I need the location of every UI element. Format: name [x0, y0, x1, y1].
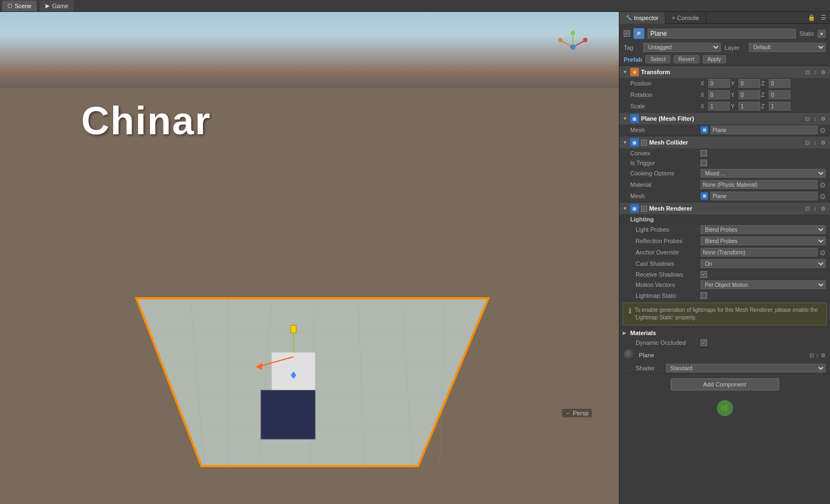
transform-icon: ⊞	[630, 68, 639, 76]
cast-shadows-dropdown[interactable]: On	[701, 259, 826, 268]
mr-enable-checkbox[interactable]: ✓	[641, 206, 647, 212]
obj-icon: P	[633, 28, 644, 39]
mesh-filter-header[interactable]: ▼ ▦ Plane (Mesh Filter) ⊡ ↕ ⚙	[619, 112, 830, 125]
mat-ctrl3[interactable]: ⚙	[821, 352, 826, 358]
lightmap-static-row: Lightmap Static	[619, 291, 830, 300]
persp-label: ← Persp	[562, 409, 592, 417]
mat-ctrl2[interactable]: ↕	[816, 352, 819, 358]
rot-z-input[interactable]	[769, 90, 790, 99]
tag-dropdown[interactable]: Untagged	[643, 43, 721, 52]
motion-vectors-dropdown[interactable]: Per Object Motion	[701, 280, 826, 289]
mc-mesh-row: Mesh ▦ ⊙	[619, 191, 830, 202]
transform-settings3[interactable]: ⚙	[820, 69, 827, 76]
scene-tab[interactable]: ⬡ Scene	[2, 1, 37, 11]
main-layout: Shaded 2D ☀ ♪ ✦ 📷 Gizmos ▾ ✦ All Chinar	[0, 12, 830, 504]
mc-title: Mesh Collider	[649, 139, 802, 146]
mc-icon: ▦	[630, 138, 639, 147]
tag-layer-row: Tag Untagged Layer Default	[619, 41, 830, 54]
materials-section[interactable]: ▶ Materials	[619, 328, 830, 338]
mf-settings2[interactable]: ↕	[813, 115, 818, 122]
mr-settings3[interactable]: ⚙	[820, 205, 827, 212]
mc-material-input[interactable]	[701, 180, 818, 189]
transform-header[interactable]: ▼ ⊞ Transform ⊡ ↕ ⚙	[619, 66, 830, 78]
console-icon: ≡	[672, 15, 675, 21]
mc-mesh-input[interactable]	[710, 192, 818, 200]
mc-settings2[interactable]: ↕	[813, 139, 818, 146]
static-dropdown[interactable]: ▾	[818, 30, 826, 38]
scale-x-input[interactable]	[708, 102, 730, 110]
rot-y-input[interactable]	[738, 90, 760, 99]
light-probes-dropdown[interactable]: Blend Probes	[701, 225, 826, 234]
inspector-tab-label: Inspector	[634, 15, 658, 21]
lock-btn[interactable]: 🔒	[806, 14, 817, 22]
mf-settings1[interactable]: ⊡	[804, 115, 811, 122]
mesh-renderer-header[interactable]: ▼ ▦ ✓ Mesh Renderer ⊡ ↕ ⚙	[619, 202, 830, 214]
mr-settings2[interactable]: ↕	[813, 205, 818, 212]
pos-y-input[interactable]	[738, 79, 760, 88]
viewport[interactable]: Shaded 2D ☀ ♪ ✦ 📷 Gizmos ▾ ✦ All Chinar	[0, 12, 619, 504]
receive-shadows-checkbox[interactable]: ✓	[701, 271, 707, 278]
mf-settings3[interactable]: ⚙	[820, 115, 827, 122]
mc-mesh-field: ▦ ⊙	[701, 192, 826, 200]
divider2	[619, 374, 830, 374]
dynamic-occluded-checkbox[interactable]: ✓	[701, 339, 707, 346]
game-tab[interactable]: ▶ Game	[40, 1, 74, 11]
inspector-tab[interactable]: 🔧 Inspector	[619, 12, 665, 24]
transform-settings2[interactable]: ↕	[813, 69, 818, 76]
dynamic-occluded-label: Dynamic Occluded	[630, 339, 701, 346]
mesh-filter-mesh-select[interactable]: ⊙	[820, 126, 826, 134]
rotation-label: Rotation	[630, 91, 701, 98]
convex-checkbox[interactable]	[701, 150, 707, 156]
mc-mesh-label: Mesh	[630, 193, 701, 199]
lighting-row: Lighting	[619, 214, 830, 224]
mat-ctrl1[interactable]: ⊡	[809, 352, 814, 358]
mc-mesh-select[interactable]: ⊙	[820, 192, 826, 200]
scale-y-input[interactable]	[738, 102, 760, 110]
mesh-filter-mesh-label: Mesh	[630, 127, 701, 133]
unity-logo-area: 🌿	[619, 395, 830, 422]
pos-z-input[interactable]	[769, 79, 790, 88]
pos-x-input[interactable]	[708, 79, 730, 88]
menu-btn[interactable]: ☰	[819, 14, 828, 22]
is-trigger-checkbox[interactable]	[701, 160, 707, 166]
prefab-revert-btn[interactable]: Revert	[674, 55, 699, 63]
prefab-select-btn[interactable]: Select	[645, 55, 670, 63]
svg-point-26	[570, 44, 576, 50]
mr-settings1[interactable]: ⊡	[804, 205, 811, 212]
prefab-apply-btn[interactable]: Apply	[703, 55, 726, 63]
mc-enable-checkbox[interactable]: ✓	[641, 140, 647, 146]
inspector-icon: 🔧	[626, 15, 632, 21]
mc-settings1[interactable]: ⊡	[804, 139, 811, 146]
svg-rect-13	[261, 390, 315, 439]
svg-point-25	[558, 38, 563, 42]
rot-x-input[interactable]	[708, 90, 730, 99]
info-text: To enable generation of lightmaps for th…	[635, 306, 821, 322]
scale-z-input[interactable]	[769, 102, 790, 110]
mc-settings3[interactable]: ⚙	[820, 139, 827, 146]
tab-controls: 🔒 ☰	[806, 12, 830, 23]
cooking-options-label: Cooking Options	[630, 170, 701, 176]
lighting-label: Lighting	[630, 216, 653, 222]
shader-dropdown[interactable]: Standard	[666, 364, 826, 372]
obj-name-input[interactable]	[648, 29, 796, 38]
obj-header: ✓ P Static ▾	[619, 26, 830, 41]
scene-icon: ⬡	[8, 3, 12, 9]
console-tab[interactable]: ≡ Console	[665, 12, 706, 24]
transform-settings1[interactable]: ⊡	[804, 69, 811, 76]
info-box: ℹ To enable generation of lightmaps for …	[623, 303, 827, 325]
anchor-override-input[interactable]	[701, 248, 818, 257]
lightmap-static-label: Lightmap Static	[630, 292, 701, 299]
motion-vectors-label: Motion Vectors	[630, 282, 701, 288]
anchor-override-select[interactable]: ⊙	[820, 248, 826, 257]
lightmap-static-checkbox[interactable]	[701, 292, 707, 299]
layer-dropdown[interactable]: Default	[749, 43, 826, 52]
add-component-button[interactable]: Add Component	[671, 378, 779, 390]
reflection-probes-dropdown[interactable]: Blend Probes	[701, 237, 826, 245]
transform-arrow: ▼	[623, 69, 628, 75]
mc-material-select[interactable]: ⊙	[820, 181, 826, 189]
mesh-filter-mesh-input[interactable]	[710, 126, 818, 134]
cooking-options-dropdown[interactable]: Mixed ...	[701, 169, 826, 178]
mesh-collider-header[interactable]: ▼ ▦ ✓ Mesh Collider ⊡ ↕ ⚙	[619, 136, 830, 148]
cast-shadows-label: Cast Shadows	[630, 260, 701, 267]
active-checkbox[interactable]: ✓	[624, 30, 630, 37]
